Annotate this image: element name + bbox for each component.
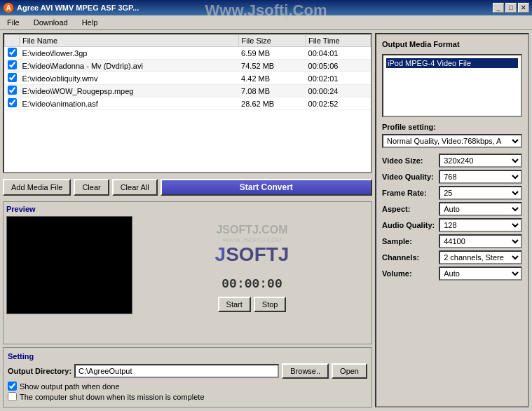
menu-download[interactable]: Download (29, 17, 72, 28)
file-size-cell: 28.62 MB (238, 97, 305, 110)
file-name-cell: E:\video\animation.asf (20, 97, 239, 110)
output-dir-row: Output Directory: Browse.. Open (8, 363, 367, 379)
table-row: E:\video\obliquity.wmv 4.42 MB 00:02:01 (5, 72, 371, 85)
preview-label: Preview (6, 205, 369, 213)
settings-grid: Video Size:320x240Video Quality:768Frame… (382, 154, 522, 281)
format-item-ipod[interactable]: iPod MPEG-4 Video File (386, 58, 518, 68)
output-format-label: Output Media Format (382, 40, 522, 48)
setting-section-label: Setting (8, 352, 367, 361)
minimize-button[interactable]: _ (493, 3, 504, 13)
setting-key-4: Audio Quality: (382, 221, 435, 229)
preview-buttons: Start Stop (218, 297, 287, 312)
table-row: E:\video\Madonna - Mv (Dvdrip).avi 74.52… (5, 60, 371, 72)
file-list-container: File Name File Size File Time E:\video\f… (3, 33, 372, 173)
main-container: File Name File Size File Time E:\video\f… (0, 30, 532, 410)
setting-key-1: Video Quality: (382, 173, 435, 181)
shutdown-label: The computer shut down when its mission … (20, 393, 205, 401)
show-output-label: Show output path when done (20, 382, 120, 391)
setting-key-7: Volume: (382, 269, 435, 278)
table-row: E:\video\WOW_Rougepsp.mpeg 7.08 MB 00:00… (5, 85, 371, 97)
maximize-button[interactable]: □ (505, 3, 517, 13)
shutdown-checkbox[interactable] (8, 392, 17, 401)
file-checkbox-2[interactable] (8, 73, 17, 82)
file-name-cell: E:\video\Madonna - Mv (Dvdrip).avi (20, 60, 239, 72)
buttons-row: Add Media File Clear Clear All Start Con… (3, 176, 372, 198)
start-convert-button[interactable]: Start Convert (161, 179, 372, 196)
svg-text:A: A (6, 4, 11, 12)
file-checkbox-3[interactable] (8, 86, 17, 95)
setting-section: Setting Output Directory: Browse.. Open … (3, 347, 372, 407)
setting-select-0[interactable]: 320x240 (439, 154, 522, 168)
clear-button[interactable]: Clear (74, 179, 109, 196)
profile-label: Profile setting: (382, 123, 522, 131)
preview-content: JSOFTJ.COM WWW.JSOFTJ.COM JSOFTJ 00:00:0… (6, 216, 369, 314)
show-output-checkbox[interactable] (8, 382, 17, 391)
setting-key-5: Sample: (382, 237, 435, 245)
format-box: iPod MPEG-4 Video File (382, 54, 522, 117)
table-row: E:\video\flower.3gp 6.59 MB 00:04:01 (5, 47, 371, 60)
browse-button[interactable]: Browse.. (282, 363, 329, 379)
file-time-cell: 00:05:06 (306, 60, 371, 72)
profile-select[interactable]: Normal Quality, Video:768kbps, A (382, 134, 522, 148)
file-name-cell: E:\video\WOW_Rougepsp.mpeg (20, 85, 239, 97)
file-name-cell: E:\video\obliquity.wmv (20, 72, 239, 85)
setting-select-5[interactable]: 44100 (439, 234, 522, 248)
file-time-cell: 00:00:24 (306, 85, 371, 97)
close-button[interactable]: ✕ (518, 3, 529, 13)
time-display: 00:00:00 (221, 277, 282, 291)
file-size-cell: 74.52 MB (238, 60, 305, 72)
start-button[interactable]: Start (218, 297, 251, 312)
output-dir-input[interactable] (74, 364, 279, 378)
checkbox-shutdown-row: The computer shut down when its mission … (8, 392, 367, 401)
preview-logo: JSOFTJ (215, 243, 289, 266)
setting-select-6[interactable]: 2 channels, Stere (439, 250, 522, 264)
setting-select-7[interactable]: Auto (439, 267, 522, 281)
stop-button[interactable]: Stop (254, 297, 287, 312)
clear-all-button[interactable]: Clear All (112, 179, 158, 196)
title-bar-left: A Agree AVI WMV MPEG ASF 3GP... (3, 2, 139, 13)
menu-file[interactable]: File (3, 17, 24, 28)
setting-key-3: Aspect: (382, 205, 435, 213)
setting-key-6: Channels: (382, 253, 435, 262)
title-bar: A Agree AVI WMV MPEG ASF 3GP... Www.Jsof… (0, 0, 532, 15)
setting-select-4[interactable]: 128 (439, 218, 522, 232)
file-size-cell: 4.42 MB (238, 72, 305, 85)
file-size-cell: 7.08 MB (238, 85, 305, 97)
file-checkbox-4[interactable] (8, 98, 17, 107)
setting-select-1[interactable]: 768 (439, 170, 522, 184)
file-checkbox-0[interactable] (8, 48, 17, 57)
preview-video (6, 216, 132, 314)
col-filetime: File Time (306, 35, 371, 47)
menu-bar: File Download Help (0, 15, 532, 30)
menu-help[interactable]: Help (78, 17, 102, 28)
file-time-cell: 00:02:52 (306, 97, 371, 110)
preview-right: JSOFTJ.COM WWW.JSOFTJ.COM JSOFTJ 00:00:0… (135, 216, 369, 314)
window-title: Agree AVI WMV MPEG ASF 3GP... (17, 4, 139, 12)
setting-select-2[interactable]: 25 (439, 186, 522, 200)
file-time-cell: 00:04:01 (306, 47, 371, 60)
col-check (5, 35, 20, 47)
file-size-cell: 6.59 MB (238, 47, 305, 60)
title-controls: _ □ ✕ (493, 3, 529, 13)
setting-key-2: Frame Rate: (382, 189, 435, 197)
open-button[interactable]: Open (332, 363, 367, 379)
right-panel: Output Media Format iPod MPEG-4 Video Fi… (375, 33, 529, 407)
app-icon: A (3, 2, 14, 13)
add-media-button[interactable]: Add Media File (3, 179, 71, 196)
file-time-cell: 00:02:01 (306, 72, 371, 85)
col-filename: File Name (20, 35, 239, 47)
checkbox-show-output-row: Show output path when done (8, 382, 367, 391)
setting-select-3[interactable]: Auto (439, 202, 522, 216)
left-panel: File Name File Size File Time E:\video\f… (3, 33, 372, 407)
preview-watermark-top: JSOFTJ.COM (215, 224, 289, 236)
file-name-cell: E:\video\flower.3gp (20, 47, 239, 60)
setting-key-0: Video Size: (382, 156, 435, 165)
file-table: File Name File Size File Time E:\video\f… (4, 34, 371, 110)
preview-watermark-sub: WWW.JSOFTJ.COM (215, 236, 289, 243)
table-row: E:\video\animation.asf 28.62 MB 00:02:52 (5, 97, 371, 110)
file-checkbox-1[interactable] (8, 60, 17, 69)
output-dir-label: Output Directory: (8, 367, 71, 375)
col-filesize: File Size (238, 35, 305, 47)
preview-section: Preview JSOFTJ.COM WWW.JSOFTJ.COM JSOFTJ… (3, 201, 372, 344)
